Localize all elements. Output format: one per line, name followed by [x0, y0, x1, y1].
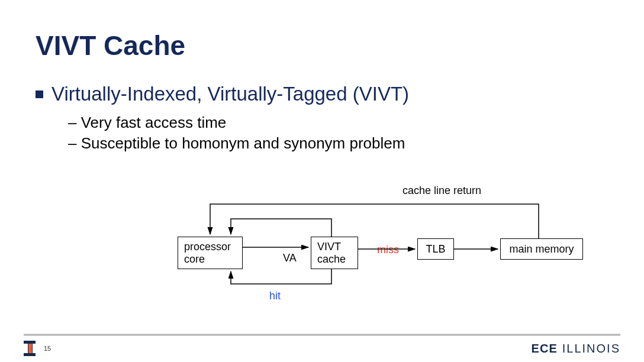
bullet-level-2-list: – Very fast access time – Susceptible to…	[68, 112, 405, 154]
bullet-text: Virtually-Indexed, Virtually-Tagged (VIV…	[51, 83, 409, 105]
slide: VIVT Cache Virtually-Indexed, Virtually-…	[0, 0, 644, 362]
bullet-level-1: Virtually-Indexed, Virtually-Tagged (VIV…	[36, 83, 409, 105]
footer-left: 15	[24, 341, 51, 356]
sub-bullet-1: – Very fast access time	[68, 112, 405, 133]
slide-title: VIVT Cache	[36, 30, 185, 62]
page-number: 15	[44, 345, 51, 352]
footer-divider	[24, 334, 620, 336]
diagram-arrows	[178, 177, 592, 308]
footer: 15 ECE ILLINOIS	[24, 340, 620, 357]
footer-right: ECE ILLINOIS	[532, 342, 620, 355]
sub-bullet-2: – Susceptible to homonym and synonym pro…	[68, 133, 405, 154]
vivt-diagram: processor core VIVT cache TLB main memor…	[178, 177, 592, 308]
illinois-block-i-logo	[24, 341, 36, 356]
ece-wordmark: ECE	[532, 342, 558, 355]
square-bullet-icon	[36, 90, 43, 98]
illinois-wordmark: ILLINOIS	[562, 342, 620, 355]
